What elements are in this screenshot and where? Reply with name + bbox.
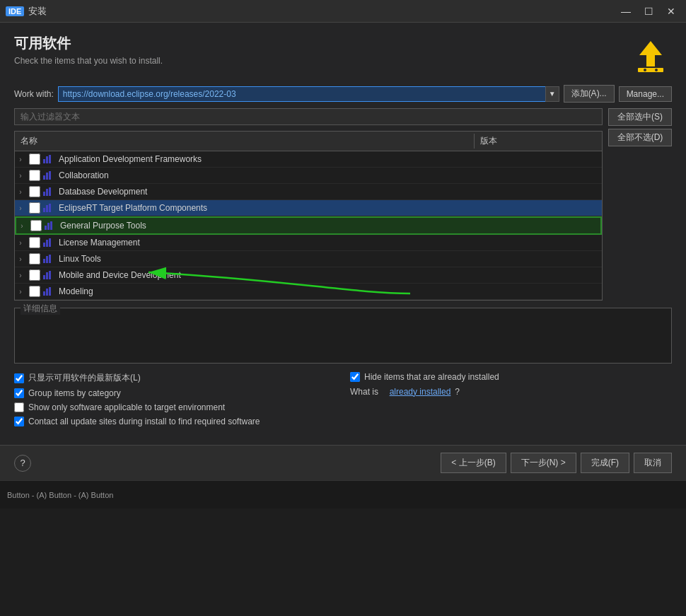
expand-icon[interactable]: › bbox=[15, 272, 26, 279]
ide-badge: IDE bbox=[6, 6, 24, 16]
list-item[interactable]: › Mobile and Device Development bbox=[15, 267, 602, 284]
option-row-latest: 只显示可用软件的最新版本(L) bbox=[14, 372, 336, 384]
option-row-what-installed: What is already installed ? bbox=[350, 386, 672, 397]
expand-icon[interactable]: › bbox=[16, 222, 28, 230]
table-header: 名称 版本 bbox=[15, 132, 602, 151]
title-bar-text: 安装 bbox=[28, 5, 617, 18]
url-dropdown-button[interactable]: ▼ bbox=[545, 86, 559, 102]
item-label-3: Database Development bbox=[57, 187, 475, 197]
add-button[interactable]: 添加(A)... bbox=[564, 85, 615, 103]
options-left: 只显示可用软件的最新版本(L) Group items by category … bbox=[14, 372, 336, 431]
dialog-header-text: 可用软件 Check the items that you wish to in… bbox=[14, 34, 629, 66]
item-label-8: Mobile and Device Development bbox=[57, 270, 475, 280]
list-item[interactable]: › License Management bbox=[15, 235, 602, 251]
option-row-applicable: Show only software applicable to target … bbox=[14, 402, 336, 412]
item-icon-9 bbox=[43, 286, 54, 296]
item-checkbox-9[interactable] bbox=[29, 286, 40, 297]
list-item[interactable]: › Application Development Frameworks bbox=[15, 151, 602, 168]
item-label-1: Application Development Frameworks bbox=[57, 154, 475, 164]
select-all-button[interactable]: 全部选中(S) bbox=[608, 108, 672, 126]
list-item[interactable]: › Linux Tools bbox=[15, 251, 602, 267]
right-buttons-panel: 全部选中(S) 全部不选(D) bbox=[608, 108, 672, 301]
item-icon-5 bbox=[45, 221, 56, 231]
expand-icon[interactable]: › bbox=[15, 188, 26, 196]
item-icon-1 bbox=[43, 154, 54, 164]
label-what-is: What is bbox=[350, 387, 378, 397]
taskbar-text: Button - (A) Button - (A) Button bbox=[7, 491, 113, 499]
url-input[interactable] bbox=[58, 86, 545, 102]
options-right: Hide items that are already installed Wh… bbox=[350, 372, 672, 431]
label-show-applicable: Show only software applicable to target … bbox=[28, 402, 225, 412]
list-item[interactable]: › Database Development bbox=[15, 184, 602, 200]
finish-button[interactable]: 完成(F) bbox=[581, 453, 629, 473]
item-checkbox-1[interactable] bbox=[29, 153, 40, 165]
title-bar: IDE 安装 — ☐ ✕ bbox=[0, 0, 686, 23]
checkbox-hide-installed[interactable] bbox=[350, 372, 360, 382]
next-button[interactable]: 下一步(N) > bbox=[511, 453, 576, 473]
expand-icon[interactable]: › bbox=[15, 288, 26, 296]
deselect-all-button[interactable]: 全部不选(D) bbox=[608, 129, 672, 146]
cancel-button[interactable]: 取消 bbox=[634, 453, 672, 473]
back-button[interactable]: < 上一步(B) bbox=[441, 453, 506, 473]
item-label-5: General Purpose Tools bbox=[59, 221, 473, 231]
item-checkbox-3[interactable] bbox=[29, 186, 40, 197]
item-icon-2 bbox=[43, 170, 54, 180]
list-item[interactable]: › Collaboration bbox=[15, 168, 602, 184]
taskbar: Button - (A) Button - (A) Button bbox=[0, 480, 686, 509]
option-row-contact: Contact all update sites during install … bbox=[14, 417, 336, 426]
item-label-6: License Management bbox=[57, 238, 475, 248]
title-bar-controls: — ☐ ✕ bbox=[617, 4, 680, 19]
footer-right: < 上一步(B) 下一步(N) > 完成(F) 取消 bbox=[441, 453, 672, 473]
dialog-subtitle: Check the items that you wish to install… bbox=[14, 56, 629, 66]
expand-icon[interactable]: › bbox=[15, 156, 26, 163]
expand-icon[interactable]: › bbox=[15, 255, 26, 263]
download-icon bbox=[629, 34, 672, 76]
svg-point-3 bbox=[655, 69, 658, 71]
item-icon-3 bbox=[43, 187, 54, 197]
list-item[interactable]: › EclipseRT Target Platform Components bbox=[15, 200, 602, 216]
software-list: 名称 版本 › Application Development Framewor… bbox=[14, 131, 603, 301]
dialog-header: 可用软件 Check the items that you wish to in… bbox=[14, 34, 672, 76]
item-label-4: EclipseRT Target Platform Components bbox=[57, 203, 475, 213]
checkbox-show-latest[interactable] bbox=[14, 373, 24, 383]
item-label-7: Linux Tools bbox=[57, 254, 475, 264]
work-with-row: Work with: ▼ 添加(A)... Manage... bbox=[14, 85, 672, 103]
item-checkbox-5[interactable] bbox=[30, 220, 42, 231]
item-label-9: Modeling bbox=[57, 286, 475, 296]
options-section: 只显示可用软件的最新版本(L) Group items by category … bbox=[14, 372, 672, 431]
checkbox-group-category[interactable] bbox=[14, 388, 24, 398]
item-icon-4 bbox=[43, 203, 54, 213]
svg-point-2 bbox=[644, 69, 646, 71]
list-item[interactable]: › Modeling bbox=[15, 284, 602, 300]
item-icon-8 bbox=[43, 270, 54, 280]
item-checkbox-8[interactable] bbox=[29, 269, 40, 281]
item-checkbox-7[interactable] bbox=[29, 253, 40, 265]
svg-marker-0 bbox=[639, 41, 662, 66]
label-hide-installed: Hide items that are already installed bbox=[364, 372, 499, 382]
checkbox-show-applicable[interactable] bbox=[14, 402, 24, 412]
already-installed-link[interactable]: already installed bbox=[390, 387, 451, 397]
minimize-button[interactable]: — bbox=[617, 4, 635, 19]
item-checkbox-2[interactable] bbox=[29, 170, 40, 181]
item-label-2: Collaboration bbox=[57, 170, 475, 180]
list-area-wrapper: 名称 版本 › Application Development Framewor… bbox=[14, 131, 603, 301]
url-input-wrapper: ▼ bbox=[58, 86, 559, 102]
details-section: 详细信息 bbox=[14, 308, 672, 364]
option-row-group: Group items by category bbox=[14, 388, 336, 398]
label-show-latest: 只显示可用软件的最新版本(L) bbox=[28, 372, 141, 384]
item-checkbox-4[interactable] bbox=[29, 202, 40, 214]
manage-button[interactable]: Manage... bbox=[619, 86, 672, 102]
general-purpose-tools-item[interactable]: › General Purpose Tools bbox=[15, 216, 602, 235]
expand-icon[interactable]: › bbox=[15, 204, 26, 212]
maximize-button[interactable]: ☐ bbox=[639, 4, 658, 19]
help-button[interactable]: ? bbox=[14, 455, 31, 472]
expand-icon[interactable]: › bbox=[15, 239, 26, 247]
label-group-category: Group items by category bbox=[28, 388, 121, 398]
details-content bbox=[15, 320, 671, 363]
item-checkbox-6[interactable] bbox=[29, 237, 40, 248]
filter-input[interactable] bbox=[14, 108, 603, 125]
expand-icon[interactable]: › bbox=[15, 172, 26, 180]
name-column-header: 名称 bbox=[15, 134, 475, 149]
close-button[interactable]: ✕ bbox=[662, 4, 680, 19]
checkbox-contact-sites[interactable] bbox=[14, 417, 24, 426]
